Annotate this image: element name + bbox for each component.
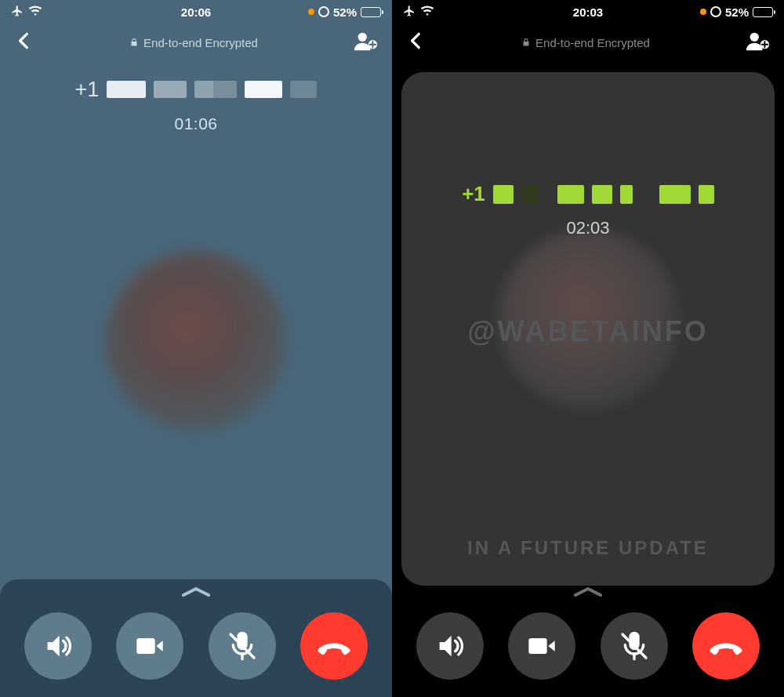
redacted-segment bbox=[107, 81, 146, 98]
contact-avatar bbox=[106, 251, 286, 431]
end-call-button[interactable] bbox=[692, 612, 760, 680]
mute-button[interactable] bbox=[601, 612, 668, 680]
redacted-segment bbox=[620, 185, 633, 204]
location-icon bbox=[710, 6, 721, 17]
redacted-segment bbox=[290, 81, 317, 98]
location-icon bbox=[318, 6, 329, 17]
nav-row: End-to-end Encrypted bbox=[0, 24, 392, 61]
caller-id-row: +1 bbox=[401, 182, 775, 206]
svg-point-5 bbox=[750, 33, 759, 42]
redacted-segment bbox=[245, 81, 282, 98]
redacted-segment bbox=[699, 185, 714, 204]
call-screen-future: 20:03 52% End-to-end Encrypted +1 bbox=[392, 0, 784, 697]
svg-rect-2 bbox=[137, 638, 155, 654]
end-call-button[interactable] bbox=[300, 612, 368, 680]
back-button[interactable] bbox=[406, 31, 426, 54]
battery-icon bbox=[753, 7, 773, 17]
svg-point-0 bbox=[358, 33, 367, 42]
encryption-text: End-to-end Encrypted bbox=[143, 36, 258, 49]
redacted-segment bbox=[592, 185, 612, 204]
call-controls-tray[interactable] bbox=[0, 579, 392, 697]
status-time: 20:06 bbox=[181, 5, 211, 19]
redacted-segment bbox=[521, 185, 539, 204]
call-controls-tray[interactable] bbox=[392, 579, 784, 697]
lock-icon bbox=[129, 37, 139, 48]
recording-indicator-icon bbox=[308, 9, 314, 15]
battery-icon bbox=[361, 7, 381, 17]
call-screen-current: 20:06 52% End-to-end Encrypted +1 01: bbox=[0, 0, 392, 697]
status-bar: 20:06 52% bbox=[0, 0, 392, 24]
watermark-bottom: IN A FUTURE UPDATE bbox=[401, 537, 775, 559]
call-duration: 02:03 bbox=[401, 218, 775, 238]
back-button[interactable] bbox=[14, 31, 34, 54]
encryption-text: End-to-end Encrypted bbox=[535, 36, 650, 49]
watermark-top: @WABETAINFO bbox=[401, 315, 775, 348]
wifi-icon bbox=[28, 5, 42, 19]
speaker-button[interactable] bbox=[416, 612, 484, 680]
status-bar: 20:03 52% bbox=[392, 0, 784, 24]
redacted-segment bbox=[557, 185, 584, 204]
svg-rect-7 bbox=[529, 638, 547, 654]
nav-row: End-to-end Encrypted bbox=[392, 24, 784, 61]
caller-prefix: +1 bbox=[462, 182, 485, 206]
battery-percentage: 52% bbox=[333, 5, 357, 19]
caller-id-row: +1 bbox=[0, 75, 392, 103]
redacted-segment bbox=[154, 81, 187, 98]
wifi-icon bbox=[420, 5, 434, 19]
redacted-segment bbox=[213, 81, 237, 98]
video-button[interactable] bbox=[508, 612, 575, 680]
redacted-segment bbox=[493, 185, 514, 204]
encryption-label: End-to-end Encrypted bbox=[129, 36, 258, 49]
airplane-mode-icon bbox=[11, 5, 24, 20]
add-participant-button[interactable] bbox=[745, 31, 770, 54]
battery-percentage: 52% bbox=[725, 5, 749, 19]
call-duration: 01:06 bbox=[0, 114, 392, 133]
airplane-mode-icon bbox=[403, 5, 416, 20]
redacted-segment bbox=[659, 185, 691, 204]
video-button[interactable] bbox=[116, 612, 183, 680]
lock-icon bbox=[521, 37, 531, 48]
chevron-up-icon[interactable] bbox=[572, 586, 604, 601]
caller-prefix: +1 bbox=[75, 78, 100, 102]
chevron-up-icon[interactable] bbox=[180, 586, 212, 601]
status-time: 20:03 bbox=[573, 5, 603, 19]
call-card: +1 02:03 @WABETAINFO IN A FUTURE UPDATE bbox=[401, 72, 775, 586]
add-participant-button[interactable] bbox=[353, 31, 378, 54]
encryption-label: End-to-end Encrypted bbox=[521, 36, 650, 49]
mute-button[interactable] bbox=[209, 612, 276, 680]
speaker-button[interactable] bbox=[24, 612, 92, 680]
recording-indicator-icon bbox=[700, 9, 706, 15]
